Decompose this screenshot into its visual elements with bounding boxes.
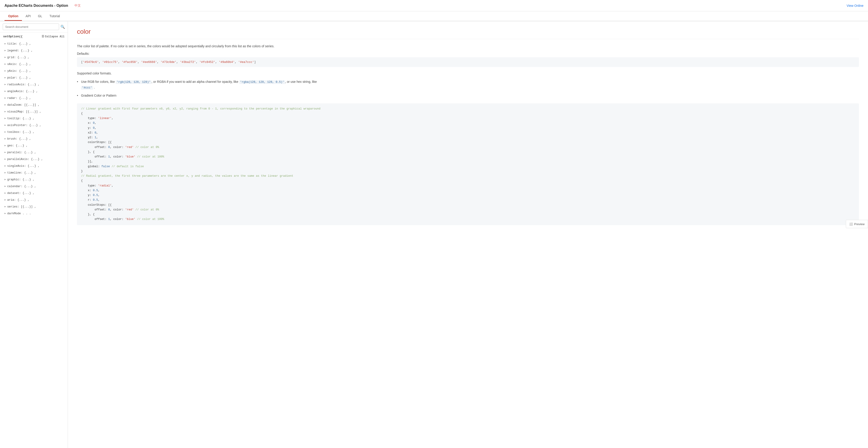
sidebar-item[interactable]: ▶angleAxis: {...} , (0, 88, 68, 95)
sidebar-arrow: ▶ (4, 212, 6, 215)
search-input[interactable] (3, 24, 59, 30)
sidebar-arrow: ▶ (4, 42, 6, 46)
sidebar-item-label: dataZoom: [{...}] , (7, 103, 40, 107)
gc-line-21: colorStops: [{ (81, 203, 855, 207)
sidebar-arrow: ▶ (4, 110, 6, 114)
gc-line-16: { (81, 179, 855, 183)
sidebar-arrow: ▶ (4, 130, 6, 134)
gc-line-8: colorStops: [{ (81, 140, 855, 145)
bullet1-code2: 'rgba(128, 128, 128, 0.5)' (239, 80, 285, 84)
sidebar-item[interactable]: ▶dataZoom: [{...}] , (0, 102, 68, 108)
preview-button[interactable]: ⬜ Preview (846, 220, 868, 228)
sidebar-item-label: graphic: {...} , (7, 178, 34, 182)
sidebar-item[interactable]: ▶geo: {...} , (0, 142, 68, 149)
sidebar-arrow: ▶ (4, 117, 6, 120)
gc-line-19: y: 0.5, (81, 193, 855, 198)
sidebar-header: setOption({ ☰ Collapse All (0, 33, 68, 40)
color-8: '#9a60b4' (219, 60, 235, 64)
color-3: '#fac858' (122, 60, 137, 64)
gc-line-22: offset: 0, color: 'red' // color at 0% (81, 207, 855, 212)
sidebar-arrow: ▶ (4, 137, 6, 141)
sidebar-arrow: ▶ (4, 205, 6, 209)
preview-icon: ⬜ (849, 222, 853, 226)
gradient-code-block: // Linear gradient with first four param… (77, 103, 859, 225)
sidebar-item[interactable]: ▶calendar: {...} , (0, 183, 68, 190)
sidebar-item-label: title: {...} , (7, 42, 31, 46)
bracket-open: [ (81, 60, 83, 64)
sidebar-item[interactable]: ▶tooltip: {...} , (0, 115, 68, 122)
bullet-list: Use RGB for colors, like 'rgb(128, 128, … (77, 78, 859, 100)
sidebar-item[interactable]: ▶xAxis: {...} , (0, 61, 68, 68)
gc-line-15: // Radial gradient, the first three para… (81, 174, 855, 179)
sidebar-item-label: toolbox: {...} , (7, 130, 34, 134)
bracket-close: ] (254, 60, 256, 64)
sidebar-item-label: radiusAxis: {...} , (7, 83, 40, 87)
sidebar-item[interactable]: ▶series: [{...}] , (0, 203, 68, 210)
gc-line-10: }, { (81, 150, 855, 155)
sidebar-item[interactable]: ▶parallel: {...} , (0, 149, 68, 156)
collapse-all-label: Collapse All (45, 35, 64, 38)
view-online-link[interactable]: View Online (847, 4, 864, 7)
color-4: '#ee6666' (141, 60, 157, 64)
sidebar-arrow: ▶ (4, 96, 6, 100)
sidebar-item[interactable]: ▶polar: {...} , (0, 74, 68, 81)
main-layout: 🔍 setOption({ ☰ Collapse All ▶title: {..… (0, 21, 868, 448)
sidebar-item[interactable]: ▶title: {...} , (0, 40, 68, 47)
sidebar-items-list: ▶title: {...} ,▶legend: {...} ,▶grid: {.… (0, 40, 68, 217)
sidebar-arrow: ▶ (4, 178, 6, 182)
sidebar-item[interactable]: ▶grid: {...} , (0, 54, 68, 61)
sidebar-item[interactable]: ▶darkMode . . . (0, 210, 68, 217)
defaults-code-block: ['#5470c6', '#91cc75', '#fac858', '#ee66… (77, 57, 859, 67)
sidebar-item-label: polar: {...} , (7, 75, 31, 80)
sidebar-item-label: series: [{...}] , (7, 204, 36, 209)
sidebar-item[interactable]: ▶aria: {...} , (0, 197, 68, 203)
collapse-all-button[interactable]: ☰ Collapse All (42, 35, 64, 38)
sidebar-item[interactable]: ▶dataset: {...} , (0, 190, 68, 197)
sidebar-item-label: visualMap: [{...}] , (7, 109, 41, 114)
sidebar-item[interactable]: ▶brush: {...} , (0, 135, 68, 142)
search-button[interactable]: 🔍 (60, 25, 65, 29)
gc-line-13: global: false // default is false (81, 164, 855, 169)
content-area: color The color list of palette. If no c… (68, 21, 868, 448)
tab-api[interactable]: API (22, 12, 34, 21)
sidebar-item[interactable]: ▶singleAxis: {...} , (0, 163, 68, 169)
preview-label: Preview (854, 222, 865, 226)
bullet1-code1: 'rgb(128, 128, 128)' (116, 80, 151, 84)
sidebar-item-label: singleAxis: {...} , (7, 164, 40, 168)
sidebar-item[interactable]: ▶visualMap: [{...}] , (0, 108, 68, 115)
sidebar-item[interactable]: ▶toolbox: {...} , (0, 129, 68, 135)
sidebar-arrow: ▶ (4, 198, 6, 202)
sidebar-item[interactable]: ▶legend: {...} , (0, 47, 68, 54)
sidebar-item[interactable]: ▶yAxis: {...} , (0, 68, 68, 74)
sidebar-item[interactable]: ▶timeline: {...} , (0, 169, 68, 176)
sidebar-item[interactable]: ▶axisPointer: {...} , (0, 122, 68, 129)
bullet-item-1: Use RGB for colors, like 'rgb(128, 128, … (77, 78, 859, 92)
sidebar-arrow: ▶ (4, 144, 6, 148)
sidebar-search-area: 🔍 (0, 21, 68, 33)
gc-line-20: r: 0.5, (81, 198, 855, 202)
tab-tutorial[interactable]: Tutorial (46, 12, 63, 21)
sidebar-item[interactable]: ▶graphic: {...} , (0, 176, 68, 183)
gc-line-24: offset: 1, color: 'blue' // color at 100… (81, 217, 855, 222)
content-description: The color list of palette. If no color i… (77, 44, 859, 49)
bullet-item-2: Gradient Color or Pattern (77, 92, 859, 100)
tab-gl[interactable]: GL (34, 12, 46, 21)
sidebar-arrow: ▶ (4, 49, 6, 53)
sidebar-item-label: parallelAxis: {...} , (7, 157, 43, 162)
tab-option[interactable]: Option (4, 12, 22, 21)
sidebar-item-label: tooltip: {...} , (7, 116, 34, 121)
color-6: '#3ba272' (180, 60, 196, 64)
color-9: '#ea7ccc' (238, 60, 254, 64)
sidebar-arrow: ▶ (4, 151, 6, 154)
sidebar-item[interactable]: ▶radar: {...} , (0, 95, 68, 102)
sidebar-item[interactable]: ▶radiusAxis: {...} , (0, 81, 68, 88)
gc-line-4: x: 0, (81, 121, 855, 126)
gc-line-1: // Linear gradient with first four param… (81, 106, 855, 111)
sidebar-arrow: ▶ (4, 124, 6, 127)
sidebar-item[interactable]: ▶parallelAxis: {...} , (0, 156, 68, 163)
gc-line-2: { (81, 111, 855, 116)
supported-formats-label: Supported color formats. (77, 71, 859, 75)
lang-link[interactable]: 中文 (74, 4, 81, 8)
sidebar-item-label: axisPointer: {...} , (7, 123, 41, 128)
sidebar-arrow: ▶ (4, 171, 6, 175)
